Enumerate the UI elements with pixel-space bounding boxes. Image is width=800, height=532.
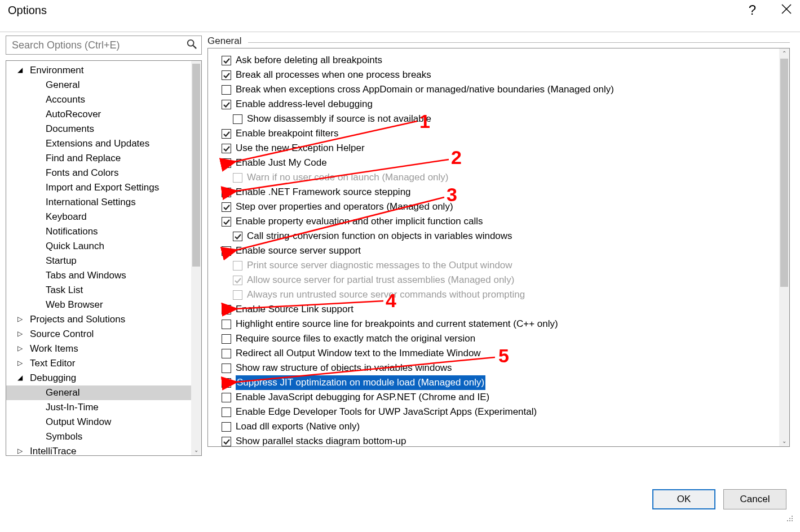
tree-item[interactable]: Notifications [6,224,201,239]
tree-item[interactable]: Accounts [6,92,201,107]
tree-item[interactable]: Just-In-Time [6,400,201,415]
checkbox[interactable] [222,158,231,168]
tree-item[interactable]: ▷Work Items [6,342,201,356]
tree-item[interactable]: Extensions and Updates [6,136,201,151]
tree-item[interactable]: Import and Export Settings [6,180,201,195]
search-icon[interactable] [187,39,197,52]
tree-item-label: General [46,385,79,400]
annotation-1: 1 [419,110,430,132]
ok-button[interactable]: OK [652,489,715,509]
tree-item[interactable]: ▷IntelliTrace [6,444,201,456]
option-row[interactable]: Highlight entire source line for breakpo… [211,317,778,331]
tree-item[interactable]: Startup [6,254,201,268]
option-row[interactable]: Step over properties and operators (Mana… [211,200,778,214]
checkbox[interactable] [222,437,231,446]
checkbox[interactable] [222,85,231,95]
scrollbar-thumb[interactable] [192,64,200,267]
option-row[interactable]: Use the new Exception Helper [211,141,778,156]
checkbox[interactable] [222,349,231,358]
tree-item[interactable]: Keyboard [6,210,201,224]
option-row[interactable]: Redirect all Output Window text to the I… [211,346,778,361]
checkbox[interactable] [222,144,231,153]
section-label: General [207,36,241,47]
tree-item[interactable]: AutoRecover [6,107,201,122]
tree-item[interactable]: Symbols [6,429,201,444]
tree-item[interactable]: ◢Environment [6,63,201,78]
tree-scrollbar[interactable]: ⌄ [191,61,201,455]
option-row[interactable]: Enable property evaluation and other imp… [211,214,778,229]
option-row[interactable]: Call string-conversion function on objec… [211,229,778,243]
help-icon[interactable]: ? [749,2,756,18]
checkbox[interactable] [222,129,231,139]
option-row[interactable]: Enable Just My Code [211,156,778,170]
checkbox[interactable] [222,188,231,197]
search-input[interactable] [11,39,187,52]
option-row[interactable]: Enable .NET Framework source stepping [211,185,778,200]
checkbox[interactable] [222,70,231,80]
checkbox[interactable] [222,407,231,417]
option-row[interactable]: Show disassembly if source is not availa… [211,112,778,126]
option-row[interactable]: Show raw structure of objects in variabl… [211,361,778,375]
option-row[interactable]: Enable Edge Developer Tools for UWP Java… [211,405,778,419]
resize-grip-icon[interactable] [785,514,793,522]
checkbox[interactable] [222,217,231,227]
tree-item[interactable]: Quick Launch [6,239,201,254]
scrollbar-thumb[interactable] [780,59,788,287]
tree-item-label: Source Control [30,327,94,342]
tree-item[interactable]: ▷Source Control [6,327,201,342]
section-divider [248,42,790,43]
option-label: Show disassembly if source is not availa… [247,112,431,126]
scroll-up-icon[interactable]: ⌃ [779,48,789,59]
checkbox[interactable] [233,232,242,241]
checkbox[interactable] [222,305,231,314]
checkbox[interactable] [222,422,231,432]
option-row[interactable]: Ask before deleting all breakpoints [211,53,778,68]
tree-item[interactable]: International Settings [6,195,201,210]
close-icon[interactable] [781,2,792,18]
tree-item[interactable]: Fonts and Colors [6,166,201,180]
tree-item[interactable]: ▷Projects and Solutions [6,312,201,327]
cancel-button[interactable]: Cancel [723,489,786,509]
option-row[interactable]: Break when exceptions cross AppDomain or… [211,82,778,97]
tree-item[interactable]: General [6,385,201,400]
tree-item[interactable]: Find and Replace [6,151,201,166]
checkbox[interactable] [222,320,231,329]
option-label: Warn if no user code on launch (Managed … [247,170,449,185]
checkbox[interactable] [222,393,231,402]
tree-item[interactable]: Output Window [6,415,201,429]
tree-item[interactable]: General [6,78,201,92]
checkbox[interactable] [222,378,231,388]
option-row[interactable]: Load dll exports (Native only) [211,419,778,434]
checkbox[interactable] [222,246,231,256]
scroll-down-icon[interactable]: ⌄ [779,436,789,446]
option-row[interactable]: Suppress JIT optimization on module load… [211,375,778,390]
option-row[interactable]: Enable JavaScript debugging for ASP.NET … [211,390,778,405]
option-row[interactable]: Enable source server support [211,243,778,258]
checkbox[interactable] [222,100,231,109]
checkbox[interactable] [233,114,242,124]
tree-item[interactable]: Tabs and Windows [6,268,201,283]
svg-point-4 [787,520,788,521]
checkbox[interactable] [222,56,231,65]
option-row[interactable]: Enable breakpoint filters [211,126,778,141]
tree-item[interactable]: Task List [6,283,201,298]
tree-item[interactable]: ◢Debugging [6,371,201,385]
checkbox[interactable] [222,363,231,373]
scroll-down-icon[interactable]: ⌄ [191,445,201,455]
options-scrollbar[interactable]: ⌃ ⌄ [779,48,789,446]
option-row[interactable]: Enable address-level debugging [211,97,778,112]
tree-item[interactable]: Documents [6,122,201,136]
tree-item-label: Web Browser [46,298,103,312]
search-input-wrap[interactable] [6,36,202,55]
tree-item[interactable]: Web Browser [6,298,201,312]
option-row[interactable]: Require source files to exactly match th… [211,331,778,346]
checkbox[interactable] [222,334,231,344]
option-row[interactable]: Show parallel stacks diagram bottom-up [211,434,778,449]
annotation-4: 4 [386,290,396,312]
tree-item[interactable]: ▷Text Editor [6,356,201,371]
category-tree[interactable]: ◢EnvironmentGeneralAccountsAutoRecoverDo… [6,60,202,456]
option-label: Show raw structure of objects in variabl… [236,361,452,375]
option-row[interactable]: Break all processes when one process bre… [211,68,778,82]
checkbox[interactable] [222,202,231,212]
option-row[interactable]: Enable Source Link support [211,302,778,317]
